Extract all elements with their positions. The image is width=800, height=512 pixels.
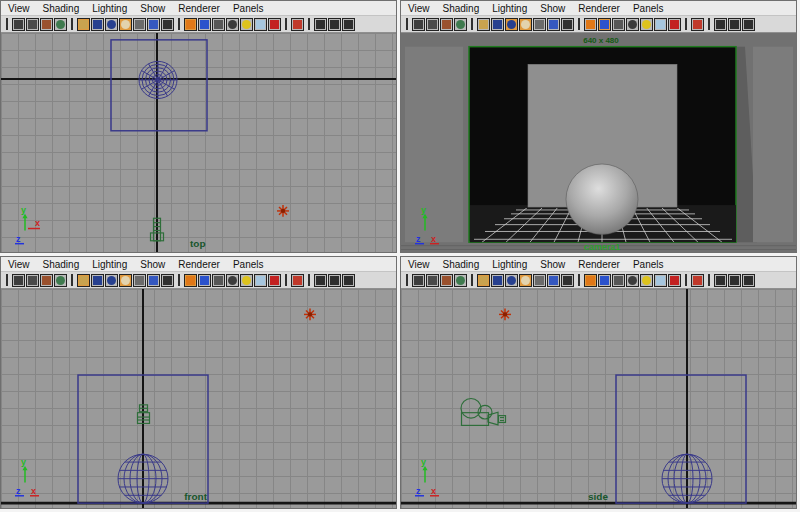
textured-display-icon[interactable] bbox=[626, 18, 639, 31]
safe-display-icon[interactable] bbox=[728, 18, 741, 31]
wireframe-mode-icon[interactable] bbox=[477, 18, 490, 31]
backface-display-icon[interactable] bbox=[668, 18, 681, 31]
bookmark-icon[interactable] bbox=[40, 274, 53, 287]
menu-shading[interactable]: Shading bbox=[43, 259, 80, 270]
smooth-shade-mode-icon[interactable] bbox=[105, 18, 118, 31]
camera-flash-icon[interactable] bbox=[26, 18, 39, 31]
textured-display-icon[interactable] bbox=[626, 274, 639, 287]
lighting-display-icon[interactable] bbox=[240, 18, 253, 31]
dither-display-icon[interactable] bbox=[533, 274, 546, 287]
camera-tripod-icon[interactable] bbox=[412, 18, 425, 31]
wireframe-display-icon[interactable] bbox=[584, 274, 597, 287]
shaded-display-icon[interactable] bbox=[198, 274, 211, 287]
ik-handle-icon[interactable] bbox=[342, 274, 355, 287]
texture-display-icon[interactable] bbox=[147, 18, 160, 31]
default-material-icon[interactable] bbox=[519, 274, 532, 287]
dither-display-icon[interactable] bbox=[533, 18, 546, 31]
annotation-text-icon[interactable] bbox=[561, 18, 574, 31]
texture-display-icon[interactable] bbox=[147, 274, 160, 287]
camera-flash-icon[interactable] bbox=[426, 18, 439, 31]
xray-display-icon[interactable] bbox=[654, 274, 667, 287]
dither-display-icon[interactable] bbox=[133, 18, 146, 31]
annotation-text-icon[interactable] bbox=[161, 274, 174, 287]
field-chart-icon[interactable] bbox=[314, 274, 327, 287]
safe-display-icon[interactable] bbox=[728, 274, 741, 287]
wireframe-display-icon[interactable] bbox=[184, 274, 197, 287]
camera-tripod-icon[interactable] bbox=[12, 18, 25, 31]
sphere-wireframe[interactable] bbox=[139, 61, 177, 98]
bounding-box-display-icon[interactable] bbox=[212, 274, 225, 287]
select-by-object-icon[interactable] bbox=[454, 18, 467, 31]
ik-handle-icon[interactable] bbox=[742, 274, 755, 287]
ik-handle-icon[interactable] bbox=[742, 18, 755, 31]
point-light-icon[interactable] bbox=[304, 309, 316, 321]
bounding-box-display-icon[interactable] bbox=[612, 274, 625, 287]
backface-display-icon[interactable] bbox=[268, 274, 281, 287]
viewport-canvas-camera1[interactable]: 640 x 480 bbox=[401, 33, 796, 252]
camera-tripod-icon[interactable] bbox=[12, 274, 25, 287]
texture-display-icon[interactable] bbox=[547, 18, 560, 31]
wireframe-display-icon[interactable] bbox=[184, 18, 197, 31]
menu-panels[interactable]: Panels bbox=[633, 259, 664, 270]
select-by-object-icon[interactable] bbox=[454, 274, 467, 287]
backface-display-icon[interactable] bbox=[668, 274, 681, 287]
menu-lighting[interactable]: Lighting bbox=[492, 259, 527, 270]
point-light-icon[interactable] bbox=[499, 309, 511, 321]
wireframe-display-icon[interactable] bbox=[584, 18, 597, 31]
xray-display-icon[interactable] bbox=[254, 18, 267, 31]
menu-show[interactable]: Show bbox=[140, 259, 165, 270]
menu-view[interactable]: View bbox=[408, 3, 430, 14]
textured-display-icon[interactable] bbox=[226, 18, 239, 31]
menu-show[interactable]: Show bbox=[540, 3, 565, 14]
field-chart-icon[interactable] bbox=[314, 18, 327, 31]
lighting-display-icon[interactable] bbox=[640, 18, 653, 31]
menu-renderer[interactable]: Renderer bbox=[178, 3, 220, 14]
menu-panels[interactable]: Panels bbox=[233, 3, 264, 14]
menu-show[interactable]: Show bbox=[140, 3, 165, 14]
field-chart-icon[interactable] bbox=[714, 18, 727, 31]
bookmark-icon[interactable] bbox=[440, 18, 453, 31]
menu-renderer[interactable]: Renderer bbox=[178, 259, 220, 270]
dither-display-icon[interactable] bbox=[133, 274, 146, 287]
resolution-gate-icon[interactable] bbox=[691, 274, 704, 287]
shaded-display-icon[interactable] bbox=[598, 274, 611, 287]
bookmark-icon[interactable] bbox=[40, 18, 53, 31]
backface-display-icon[interactable] bbox=[268, 18, 281, 31]
wireframe-mode-icon[interactable] bbox=[77, 18, 90, 31]
field-chart-icon[interactable] bbox=[714, 274, 727, 287]
textured-display-icon[interactable] bbox=[226, 274, 239, 287]
safe-display-icon[interactable] bbox=[328, 274, 341, 287]
flat-shade-mode-icon[interactable] bbox=[91, 274, 104, 287]
xray-display-icon[interactable] bbox=[254, 274, 267, 287]
menu-lighting[interactable]: Lighting bbox=[92, 259, 127, 270]
select-by-object-icon[interactable] bbox=[54, 274, 67, 287]
point-light-icon[interactable] bbox=[277, 205, 289, 217]
xray-display-icon[interactable] bbox=[654, 18, 667, 31]
flat-shade-mode-icon[interactable] bbox=[491, 18, 504, 31]
menu-view[interactable]: View bbox=[408, 259, 430, 270]
smooth-shade-mode-icon[interactable] bbox=[505, 18, 518, 31]
menu-lighting[interactable]: Lighting bbox=[492, 3, 527, 14]
wireframe-mode-icon[interactable] bbox=[77, 274, 90, 287]
bounding-box-display-icon[interactable] bbox=[212, 18, 225, 31]
viewport-canvas-top[interactable]: top y x z bbox=[1, 33, 396, 252]
menu-view[interactable]: View bbox=[8, 3, 30, 14]
flat-shade-mode-icon[interactable] bbox=[91, 18, 104, 31]
smooth-shade-mode-icon[interactable] bbox=[505, 274, 518, 287]
sphere-shaded[interactable] bbox=[566, 164, 638, 234]
menu-view[interactable]: View bbox=[8, 259, 30, 270]
camera1-wireframe[interactable] bbox=[461, 399, 506, 426]
camera-tripod-icon[interactable] bbox=[412, 274, 425, 287]
annotation-text-icon[interactable] bbox=[161, 18, 174, 31]
camera-flash-icon[interactable] bbox=[426, 274, 439, 287]
smooth-shade-mode-icon[interactable] bbox=[105, 274, 118, 287]
viewport-canvas-front[interactable]: front y z x bbox=[1, 289, 396, 508]
default-material-icon[interactable] bbox=[119, 18, 132, 31]
lighting-display-icon[interactable] bbox=[640, 274, 653, 287]
menu-shading[interactable]: Shading bbox=[43, 3, 80, 14]
menu-renderer[interactable]: Renderer bbox=[578, 259, 620, 270]
lighting-display-icon[interactable] bbox=[240, 274, 253, 287]
annotation-text-icon[interactable] bbox=[561, 274, 574, 287]
bounding-box-display-icon[interactable] bbox=[612, 18, 625, 31]
resolution-gate-icon[interactable] bbox=[691, 18, 704, 31]
